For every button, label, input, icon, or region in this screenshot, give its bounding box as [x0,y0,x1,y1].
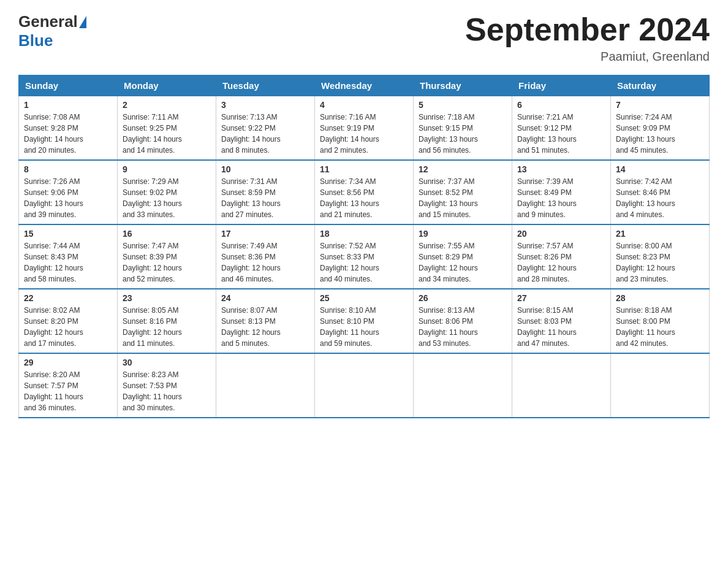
day-info: Sunrise: 7:08 AMSunset: 9:28 PMDaylight:… [24,112,112,156]
day-number: 12 [419,164,507,174]
day-info: Sunrise: 7:16 AMSunset: 9:19 PMDaylight:… [320,112,408,156]
day-info: Sunrise: 8:00 AMSunset: 8:23 PMDaylight:… [616,240,704,285]
calendar-cell: 5 Sunrise: 7:18 AMSunset: 9:15 PMDayligh… [414,96,512,161]
day-info: Sunrise: 8:02 AMSunset: 8:20 PMDaylight:… [24,305,112,349]
day-number: 5 [419,100,507,110]
day-number: 22 [24,293,112,303]
day-info: Sunrise: 7:37 AMSunset: 8:52 PMDaylight:… [419,176,507,220]
calendar-cell [611,353,710,418]
day-number: 6 [517,100,605,110]
calendar-cell: 25 Sunrise: 8:10 AMSunset: 8:10 PMDaylig… [315,289,414,353]
calendar-cell: 3 Sunrise: 7:13 AMSunset: 9:22 PMDayligh… [216,96,315,161]
day-number: 25 [320,293,408,303]
calendar-cell: 8 Sunrise: 7:26 AMSunset: 9:06 PMDayligh… [19,160,118,224]
day-info: Sunrise: 7:21 AMSunset: 9:12 PMDaylight:… [517,112,605,156]
calendar-cell: 20 Sunrise: 7:57 AMSunset: 8:26 PMDaylig… [512,224,611,289]
calendar-cell: 18 Sunrise: 7:52 AMSunset: 8:33 PMDaylig… [315,224,414,289]
calendar-header-saturday: Saturday [611,75,710,96]
day-number: 14 [616,164,704,174]
calendar-cell: 9 Sunrise: 7:29 AMSunset: 9:02 PMDayligh… [118,160,216,224]
day-info: Sunrise: 7:13 AMSunset: 9:22 PMDaylight:… [221,112,309,156]
day-info: Sunrise: 7:42 AMSunset: 8:46 PMDaylight:… [616,176,704,220]
calendar-header-sunday: Sunday [19,75,118,96]
day-info: Sunrise: 8:05 AMSunset: 8:16 PMDaylight:… [123,305,211,349]
day-number: 1 [24,100,112,110]
day-info: Sunrise: 8:18 AMSunset: 8:00 PMDaylight:… [616,305,704,349]
calendar-header-row: SundayMondayTuesdayWednesdayThursdayFrid… [19,75,710,96]
day-number: 27 [517,293,605,303]
day-info: Sunrise: 7:18 AMSunset: 9:15 PMDaylight:… [419,112,507,156]
calendar-cell: 30 Sunrise: 8:23 AMSunset: 7:53 PMDaylig… [118,353,216,418]
day-number: 7 [616,100,704,110]
calendar-cell: 11 Sunrise: 7:34 AMSunset: 8:56 PMDaylig… [315,160,414,224]
location-subtitle: Paamiut, Greenland [465,50,710,64]
logo-general-text: General [18,12,78,31]
day-number: 8 [24,164,112,174]
day-info: Sunrise: 7:55 AMSunset: 8:29 PMDaylight:… [419,240,507,285]
calendar-cell: 29 Sunrise: 8:20 AMSunset: 7:57 PMDaylig… [19,353,118,418]
day-info: Sunrise: 7:47 AMSunset: 8:39 PMDaylight:… [123,240,211,285]
calendar-body: 1 Sunrise: 7:08 AMSunset: 9:28 PMDayligh… [19,96,710,418]
day-number: 16 [123,229,211,239]
logo: General Blue [18,12,88,50]
calendar-cell: 6 Sunrise: 7:21 AMSunset: 9:12 PMDayligh… [512,96,611,161]
calendar-cell: 17 Sunrise: 7:49 AMSunset: 8:36 PMDaylig… [216,224,315,289]
calendar-cell: 16 Sunrise: 7:47 AMSunset: 8:39 PMDaylig… [118,224,216,289]
logo-blue-text: Blue [18,31,53,50]
page-header: General Blue September 2024 Paamiut, Gre… [18,12,710,64]
day-info: Sunrise: 7:29 AMSunset: 9:02 PMDaylight:… [123,176,211,220]
calendar-cell: 7 Sunrise: 7:24 AMSunset: 9:09 PMDayligh… [611,96,710,161]
day-info: Sunrise: 7:52 AMSunset: 8:33 PMDaylight:… [320,240,408,285]
day-info: Sunrise: 8:07 AMSunset: 8:13 PMDaylight:… [221,305,309,349]
day-info: Sunrise: 8:13 AMSunset: 8:06 PMDaylight:… [419,305,507,349]
calendar-cell: 14 Sunrise: 7:42 AMSunset: 8:46 PMDaylig… [611,160,710,224]
calendar-week-row: 8 Sunrise: 7:26 AMSunset: 9:06 PMDayligh… [19,160,710,224]
day-number: 2 [123,100,211,110]
day-info: Sunrise: 7:31 AMSunset: 8:59 PMDaylight:… [221,176,309,220]
calendar-header-wednesday: Wednesday [315,75,414,96]
calendar-cell [216,353,315,418]
calendar-table: SundayMondayTuesdayWednesdayThursdayFrid… [18,75,710,418]
title-block: September 2024 Paamiut, Greenland [465,12,710,64]
day-number: 9 [123,164,211,174]
day-info: Sunrise: 7:57 AMSunset: 8:26 PMDaylight:… [517,240,605,285]
calendar-week-row: 22 Sunrise: 8:02 AMSunset: 8:20 PMDaylig… [19,289,710,353]
day-number: 19 [419,229,507,239]
day-info: Sunrise: 8:23 AMSunset: 7:53 PMDaylight:… [123,369,211,413]
day-number: 18 [320,229,408,239]
calendar-cell: 1 Sunrise: 7:08 AMSunset: 9:28 PMDayligh… [19,96,118,161]
day-number: 10 [221,164,309,174]
day-number: 30 [123,358,211,367]
calendar-header-friday: Friday [512,75,611,96]
day-info: Sunrise: 8:20 AMSunset: 7:57 PMDaylight:… [24,369,112,413]
calendar-cell: 28 Sunrise: 8:18 AMSunset: 8:00 PMDaylig… [611,289,710,353]
day-info: Sunrise: 7:49 AMSunset: 8:36 PMDaylight:… [221,240,309,285]
day-info: Sunrise: 7:39 AMSunset: 8:49 PMDaylight:… [517,176,605,220]
calendar-header-tuesday: Tuesday [216,75,315,96]
calendar-cell [414,353,512,418]
day-number: 4 [320,100,408,110]
calendar-week-row: 1 Sunrise: 7:08 AMSunset: 9:28 PMDayligh… [19,96,710,161]
day-number: 20 [517,229,605,239]
day-info: Sunrise: 8:15 AMSunset: 8:03 PMDaylight:… [517,305,605,349]
day-number: 24 [221,293,309,303]
calendar-cell: 10 Sunrise: 7:31 AMSunset: 8:59 PMDaylig… [216,160,315,224]
calendar-week-row: 29 Sunrise: 8:20 AMSunset: 7:57 PMDaylig… [19,353,710,418]
calendar-cell: 2 Sunrise: 7:11 AMSunset: 9:25 PMDayligh… [118,96,216,161]
day-number: 21 [616,229,704,239]
day-number: 11 [320,164,408,174]
calendar-cell: 21 Sunrise: 8:00 AMSunset: 8:23 PMDaylig… [611,224,710,289]
day-number: 17 [221,229,309,239]
calendar-cell: 27 Sunrise: 8:15 AMSunset: 8:03 PMDaylig… [512,289,611,353]
calendar-week-row: 15 Sunrise: 7:44 AMSunset: 8:43 PMDaylig… [19,224,710,289]
day-info: Sunrise: 7:24 AMSunset: 9:09 PMDaylight:… [616,112,704,156]
calendar-cell: 23 Sunrise: 8:05 AMSunset: 8:16 PMDaylig… [118,289,216,353]
calendar-cell: 15 Sunrise: 7:44 AMSunset: 8:43 PMDaylig… [19,224,118,289]
calendar-cell: 4 Sunrise: 7:16 AMSunset: 9:19 PMDayligh… [315,96,414,161]
calendar-cell: 26 Sunrise: 8:13 AMSunset: 8:06 PMDaylig… [414,289,512,353]
calendar-header-thursday: Thursday [414,75,512,96]
day-info: Sunrise: 7:34 AMSunset: 8:56 PMDaylight:… [320,176,408,220]
day-number: 3 [221,100,309,110]
day-number: 13 [517,164,605,174]
calendar-cell: 13 Sunrise: 7:39 AMSunset: 8:49 PMDaylig… [512,160,611,224]
